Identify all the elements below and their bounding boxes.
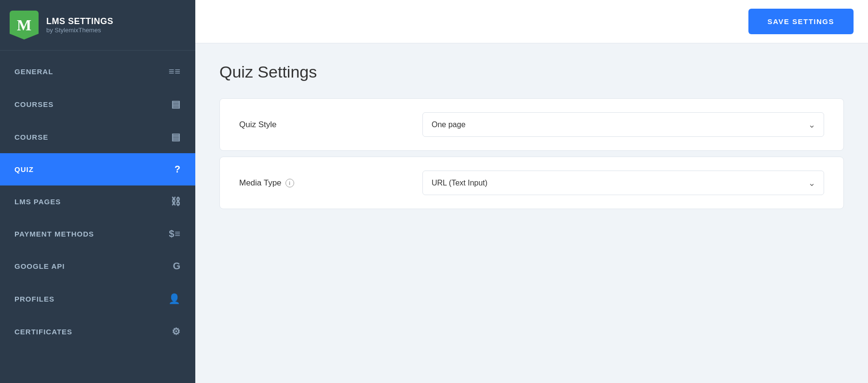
setting-card-media-type: Media TypeiURL (Text Input)File UploadEm… (219, 157, 844, 209)
sidebar-item-label-payment-methods: PAYMENT METHODS (14, 230, 94, 238)
content-area: Quiz Settings Quiz StyleOne pageMulti pa… (195, 43, 868, 383)
app-subtitle: by StylemixThemes (46, 26, 113, 34)
certificates-icon: ⚙ (172, 326, 181, 337)
header-text: LMS SETTINGS by StylemixThemes (46, 16, 113, 34)
profiles-icon: 👤 (168, 293, 181, 304)
sidebar-item-course[interactable]: COURSE▤ (0, 120, 195, 153)
info-icon-media-type: i (285, 179, 294, 187)
sidebar-item-label-google-api: GOOGLE API (14, 262, 65, 270)
sidebar-item-certificates[interactable]: CERTIFICATES⚙ (0, 315, 195, 348)
setting-card-quiz-style: Quiz StyleOne pageMulti page⌄ (219, 98, 844, 151)
sidebar-item-label-general: GENERAL (14, 67, 53, 76)
sidebar-item-profiles[interactable]: PROFILES👤 (0, 282, 195, 315)
quiz-icon: ? (175, 164, 181, 175)
sliders-icon: ≡≡ (169, 66, 181, 77)
setting-label-quiz-style: Quiz Style (239, 120, 422, 130)
sidebar-item-payment-methods[interactable]: PAYMENT METHODS$≡ (0, 218, 195, 250)
sidebar-item-label-courses: COURSES (14, 100, 54, 108)
sidebar-item-lms-pages[interactable]: LMS PAGES⛓ (0, 185, 195, 218)
sidebar: M LMS SETTINGS by StylemixThemes GENERAL… (0, 0, 195, 383)
courses-icon: ▤ (171, 98, 181, 110)
lms-pages-icon: ⛓ (171, 196, 181, 207)
select-media-type[interactable]: URL (Text Input)File UploadEmbed Code (422, 171, 824, 195)
sidebar-item-courses[interactable]: COURSES▤ (0, 88, 195, 120)
sidebar-item-general[interactable]: GENERAL≡≡ (0, 55, 195, 88)
sidebar-item-label-profiles: PROFILES (14, 295, 54, 303)
main-content: SAVE SETTINGS Quiz Settings Quiz StyleOn… (195, 0, 868, 383)
save-settings-button[interactable]: SAVE SETTINGS (748, 9, 854, 34)
payment-icon: $≡ (169, 228, 181, 239)
logo-letter: M (17, 17, 31, 33)
sidebar-item-label-certificates: CERTIFICATES (14, 328, 72, 336)
app-title: LMS SETTINGS (46, 16, 113, 26)
sidebar-item-quiz[interactable]: QUIZ? (0, 153, 195, 185)
settings-container: Quiz StyleOne pageMulti page⌄Media Typei… (219, 98, 844, 209)
page-title: Quiz Settings (219, 63, 844, 81)
topbar: SAVE SETTINGS (195, 0, 868, 43)
sidebar-item-label-quiz: QUIZ (14, 165, 34, 173)
google-icon: G (173, 261, 181, 272)
select-quiz-style[interactable]: One pageMulti page (422, 112, 824, 137)
sidebar-header: M LMS SETTINGS by StylemixThemes (0, 0, 195, 51)
sidebar-item-label-lms-pages: LMS PAGES (14, 198, 61, 206)
setting-label-media-type: Media Typei (239, 178, 422, 188)
course-icon: ▤ (171, 131, 181, 143)
logo-box: M (10, 11, 39, 40)
nav-items: GENERAL≡≡COURSES▤COURSE▤QUIZ?LMS PAGES⛓P… (0, 51, 195, 383)
sidebar-item-google-api[interactable]: GOOGLE APIG (0, 250, 195, 282)
sidebar-item-label-course: COURSE (14, 133, 48, 141)
